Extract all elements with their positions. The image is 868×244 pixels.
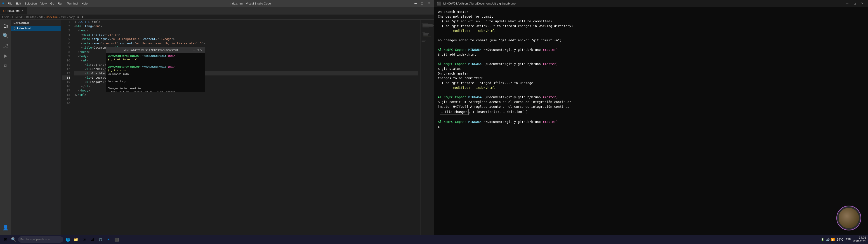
rt-line-25: $ [438, 124, 864, 129]
svg-rect-17 [422, 41, 425, 41]
rt-close-button[interactable]: ✕ [861, 2, 864, 5]
overlay-minimize[interactable]: ─ [193, 48, 195, 52]
html-icon: ⬡ [13, 27, 16, 30]
rt-maximize-button[interactable]: □ [854, 2, 856, 5]
rt-line-12: Alura@PC-Copada MINGW64 ~/Documents/git-… [438, 62, 864, 66]
menu-view[interactable]: View [40, 2, 47, 5]
ot-line-2: $ git add index.html [108, 58, 203, 61]
menu-edit[interactable]: Edit [16, 2, 21, 5]
bc-users[interactable]: Users [2, 16, 9, 19]
html-file-icon: ⬡ [3, 9, 5, 12]
svg-rect-14 [423, 38, 428, 38]
vscode-icon: ■ [2, 1, 4, 5]
taskbar-search-input[interactable] [18, 236, 63, 243]
overlay-maximize[interactable]: □ [197, 48, 199, 52]
svg-rect-8 [422, 30, 426, 30]
taskbar: ⊞ 🔍 🌐 📁 ✉ 🖼 🎵 ■ ⬛ 🔋 🔊 📶 24°C ESP 14:01 2… [0, 235, 868, 244]
maximize-button[interactable]: □ [421, 2, 423, 5]
activity-account[interactable]: 👤 [1, 223, 10, 232]
right-terminal-window: ⬛ MINGW64:/c/Users/Alura/Documents/git-y… [434, 0, 868, 244]
tab-index-html[interactable]: ⬡ index.html ✕ [0, 7, 27, 14]
clock-time: 14:01 [852, 236, 866, 240]
start-button[interactable]: ⊞ [2, 236, 9, 243]
menu-items: File Edit Selection View Go Run Terminal… [8, 2, 88, 5]
svg-rect-0 [422, 21, 431, 21]
bc-li[interactable]: li [82, 16, 84, 19]
ot-line-3 [108, 61, 203, 65]
activity-debug[interactable]: ▶ [1, 51, 10, 60]
menu-selection[interactable]: Selection [25, 2, 37, 5]
avatar [836, 206, 861, 231]
bc-edit[interactable]: edit [39, 16, 43, 19]
taskbar-mail-icon[interactable]: ✉ [81, 236, 88, 243]
rt-line-7: no changes added to commit (use "git add… [438, 38, 864, 43]
rt-line-2: Changes not staged for commit: [438, 14, 864, 19]
rt-line-10: $ git add index.html [438, 52, 864, 57]
taskbar-photos-icon[interactable]: 🖼 [89, 236, 96, 243]
rt-line-6 [438, 33, 864, 38]
menu-bar: ■ File Edit Selection View Go Run Termin… [0, 0, 434, 7]
svg-rect-15 [423, 39, 425, 39]
sidebar-item-index-html[interactable]: ⬡ index.html [11, 26, 61, 31]
svg-rect-13 [423, 37, 431, 37]
taskbar-explorer-icon[interactable]: 📁 [72, 236, 80, 243]
tabs-bar: ⬡ index.html ✕ [0, 7, 434, 15]
rt-line-19: Alura@PC-Copada MINGW64 ~/Documents/git-… [438, 95, 864, 100]
code-editor[interactable]: 1 2 3 4 5 6 7 8 9 10 11 12 13 14 [61, 20, 434, 239]
bc-html[interactable]: html [61, 16, 66, 19]
rt-line-4: (use "git restore <file>..." to discard … [438, 24, 864, 28]
rt-line-22: 1 file changed, 1 insertion(+), 1 deleti… [438, 109, 864, 115]
tray-network-icon[interactable]: 📶 [831, 238, 835, 241]
ot-line-10: Changes to be committed: [108, 87, 203, 90]
menu-file[interactable]: File [8, 2, 12, 5]
activity-source-control[interactable]: ⎇ [1, 41, 10, 50]
menu-terminal[interactable]: Terminal [67, 2, 78, 5]
tray-language: ESP [845, 238, 851, 241]
tab-label: index.html [7, 9, 20, 12]
bc-body[interactable]: body [69, 16, 74, 19]
avatar-face [839, 208, 859, 228]
bc-lenovo[interactable]: LENOVO [12, 16, 23, 19]
menu-help[interactable]: Help [82, 2, 88, 5]
bc-desktop[interactable]: Desktop [26, 16, 36, 19]
tray-battery-icon[interactable]: 🔋 [820, 238, 825, 241]
rt-line-15: Changes to be committed: [438, 76, 864, 81]
clock: 14:01 22/01/2023 [852, 236, 866, 243]
taskbar-terminal-icon[interactable]: ⬛ [113, 236, 120, 243]
rt-line-1: On branch master [438, 9, 864, 14]
right-terminal-titlebar: ⬛ MINGW64:/c/Users/Alura/Documents/git-y… [434, 0, 868, 7]
activity-search[interactable]: 🔍 [1, 31, 10, 40]
tray-weather: 24°C [837, 238, 844, 241]
svg-rect-2 [422, 23, 428, 24]
activity-extensions[interactable]: ⧉ [1, 61, 10, 70]
rt-minimize-button[interactable]: ─ [846, 2, 848, 5]
rt-line-3: (use "git add <file>..." to update what … [438, 19, 864, 24]
taskbar-search-icon[interactable]: 🔍 [10, 236, 17, 243]
ot-line-9 [108, 83, 203, 87]
rt-line-18 [438, 90, 864, 95]
overlay-close[interactable]: ✕ [200, 48, 203, 52]
close-button[interactable]: ✕ [428, 2, 430, 5]
editor-area[interactable]: 1 2 3 4 5 6 7 8 9 10 11 12 13 14 [61, 20, 434, 244]
activity-explorer[interactable]: 🗂 [1, 22, 10, 30]
taskbar-browser-icon[interactable]: 🌐 [64, 236, 71, 243]
line-numbers: 1 2 3 4 5 6 7 8 9 10 11 12 13 14 [61, 20, 72, 239]
tray-volume-icon[interactable]: 🔊 [826, 238, 830, 241]
ot-line-4: LENOVO@Ricardo MINGW64 ~/documents/edit … [108, 65, 203, 69]
tab-close-button[interactable]: ✕ [22, 9, 24, 12]
clock-date: 22/01/2023 [852, 240, 866, 243]
right-terminal-content[interactable]: On branch master Changes not staged for … [434, 7, 868, 235]
taskbar-music-icon[interactable]: 🎵 [97, 236, 104, 243]
minimize-button[interactable]: ─ [414, 2, 417, 5]
rt-line-16: (use "git restore --staged <file>..." to… [438, 81, 864, 85]
taskbar-vscode-icon[interactable]: ■ [105, 236, 112, 243]
menu-run[interactable]: Run [58, 2, 63, 5]
activity-bar: 🗂 🔍 ⎇ ▶ ⧉ 👤 ⚙ [0, 20, 11, 244]
bc-file[interactable]: index.html [46, 16, 58, 19]
svg-rect-7 [422, 29, 426, 29]
bc-ul[interactable]: ul [77, 16, 79, 19]
main-layout: 🗂 🔍 ⎇ ▶ ⧉ 👤 ⚙ EXPLORER ⬡ index.html [0, 20, 434, 244]
breadcrumb: Users › LENOVO › Desktop › edit › index.… [0, 15, 434, 20]
menu-go[interactable]: Go [50, 2, 54, 5]
ot-line-11: (use "git rm --cached <file>..." to unst… [108, 90, 203, 92]
